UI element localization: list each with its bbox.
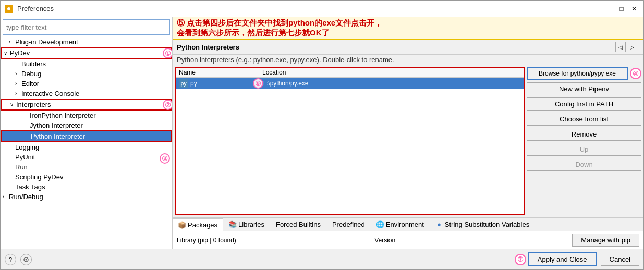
collapse-arrow: › — [15, 81, 21, 87]
tree: › Plug-in Development ∨ PyDev ① Builders — [1, 37, 172, 249]
lib-table-header: Library (pip | 0 found) Version — [177, 237, 572, 244]
tab-predefined[interactable]: Predefined — [326, 218, 371, 231]
sidebar-item-run[interactable]: Run — [1, 162, 172, 172]
bottom-left-icons: ? — [5, 254, 32, 265]
panel-header-row: Python Interpreters ◁ ▷ — [173, 40, 643, 55]
tab-packages[interactable]: 📦 Packages — [173, 218, 223, 231]
python-icon: py — [179, 79, 188, 88]
help-button[interactable]: ? — [5, 254, 16, 265]
cancel-button[interactable]: Cancel — [601, 253, 639, 266]
sidebar-item-label: PyDev — [10, 49, 30, 57]
sidebar-item-label: Builders — [21, 60, 46, 68]
tab-environment[interactable]: 🌐 Environment — [371, 218, 430, 231]
tab-string-subst[interactable]: ● String Substitution Variables — [430, 218, 535, 231]
window-title: Preferences — [17, 5, 604, 13]
sidebar-item-interpreters[interactable]: ∨ Interpreters — [1, 99, 172, 111]
sidebar: › Plug-in Development ∨ PyDev ① Builders — [1, 17, 173, 249]
manage-with-pip-button[interactable]: Manage with pip — [572, 234, 639, 247]
sidebar-item-pyunit[interactable]: PyUnit — [1, 152, 172, 162]
sidebar-item-run-debug[interactable]: › Run/Debug — [1, 192, 172, 202]
nav-arrows: ◁ ▷ — [613, 41, 639, 53]
sidebar-item-debug[interactable]: › Debug — [1, 69, 172, 79]
settings-button[interactable] — [20, 254, 32, 265]
sidebar-item-label: Interactive Console — [21, 90, 79, 97]
sidebar-item-label: Plug-in Development — [15, 38, 78, 46]
sidebar-item-python-interpreter[interactable]: Python Interpreter — [1, 130, 172, 142]
sidebar-item-label: Debug — [21, 70, 41, 78]
annotation-circle-4: ④ — [630, 68, 641, 79]
browse-button[interactable]: Browse for python/pypy exe — [527, 67, 628, 80]
sidebar-item-label: Run/Debug — [9, 193, 43, 201]
right-buttons: Browse for python/pypy exe ④ New with Pi… — [527, 67, 641, 215]
choose-list-button[interactable]: Choose from list — [527, 113, 641, 126]
down-button[interactable]: Down — [527, 158, 641, 171]
sidebar-item-interactive-console[interactable]: › Interactive Console — [1, 89, 172, 99]
minimize-button[interactable]: ─ — [604, 4, 614, 14]
environment-icon: 🌐 — [376, 221, 384, 228]
tab-environment-label: Environment — [386, 220, 424, 228]
sidebar-item-pydev[interactable]: ∨ PyDev — [1, 47, 172, 59]
sidebar-item-ironpython[interactable]: IronPython Interpreter — [1, 111, 172, 120]
panel-description: Python interpreters (e.g.: python.exe, p… — [173, 55, 643, 65]
right-panel-container: ⑤ 点击第四步后在文件夹中找到python的exe文件点击开， 会看到第六步所示… — [173, 17, 643, 249]
preferences-window: Preferences ─ □ ✕ › Plug-in Development … — [0, 0, 644, 270]
interp-cell-location: E:\python\py.exe — [259, 79, 524, 88]
main-content: › Plug-in Development ∨ PyDev ① Builders — [1, 17, 643, 249]
collapse-arrow: ∨ — [4, 50, 10, 56]
svg-point-3 — [26, 259, 27, 260]
sidebar-item-label: Editor — [21, 80, 39, 88]
sidebar-item-logging[interactable]: Logging — [1, 142, 172, 152]
apply-section: ⑦ Apply and Close — [515, 252, 597, 266]
table-row[interactable]: py py ⑥ E:\python\py.exe — [176, 78, 524, 89]
sidebar-item-label: IronPython Interpreter — [30, 112, 95, 119]
collapse-arrow: › — [3, 194, 9, 200]
sidebar-item-label: Jython Interpreter — [30, 121, 83, 129]
panel-header: Python Interpreters — [177, 43, 239, 51]
tab-predefined-label: Predefined — [332, 220, 365, 228]
panel-body: Name Location py py ⑥ E:\python\py.exe — [173, 65, 643, 217]
close-button[interactable]: ✕ — [629, 4, 639, 14]
remove-button[interactable]: Remove — [527, 128, 641, 141]
collapse-arrow: ∨ — [10, 102, 16, 107]
up-button[interactable]: Up — [527, 143, 641, 156]
panel-desc-text: Python interpreters (e.g.: python.exe, p… — [177, 56, 394, 64]
sidebar-item-label: Python Interpreter — [31, 132, 85, 140]
sidebar-item-label: PyUnit — [15, 153, 35, 161]
maximize-button[interactable]: □ — [616, 4, 627, 14]
tab-forced-label: Forced Builtins — [276, 220, 321, 228]
bottom-bar: ? ⑦ Apply and Close Cancel — [1, 249, 643, 269]
sidebar-item-plugin-dev[interactable]: › Plug-in Development — [1, 37, 172, 47]
sidebar-item-label: Logging — [15, 143, 39, 151]
tabs-row: 📦 Packages 📚 Libraries Forced Builtins P… — [173, 218, 643, 231]
sidebar-item-editor[interactable]: › Editor — [1, 79, 172, 89]
collapse-arrow: › — [15, 71, 21, 77]
config-path-button[interactable]: Config first in PATH — [527, 97, 641, 111]
version-col-header: Version — [374, 237, 572, 244]
window-controls: ─ □ ✕ — [604, 4, 639, 14]
annotation-circle-1: ① — [163, 48, 172, 58]
sidebar-item-task-tags[interactable]: Task Tags — [1, 182, 172, 192]
sidebar-item-label: Scripting PyDev — [15, 173, 63, 181]
sidebar-item-builders[interactable]: Builders — [1, 59, 172, 69]
annotation-circle-6: ⑥ — [253, 78, 263, 89]
nav-forward-button[interactable]: ▷ — [627, 42, 637, 52]
collapse-arrow: › — [15, 91, 21, 96]
annotation-circle-2: ② — [163, 100, 172, 110]
new-pipenv-button[interactable]: New with Pipenv — [527, 82, 641, 95]
nav-back-button[interactable]: ◁ — [615, 42, 626, 52]
annotation-text-2: 会看到第六步所示，然后进行第七步就OK了 — [177, 28, 639, 38]
libraries-icon: 📚 — [229, 221, 236, 228]
filter-input[interactable] — [3, 19, 170, 35]
window-icon — [5, 5, 13, 13]
col-name-header: Name — [176, 68, 259, 77]
collapse-arrow: › — [9, 39, 15, 45]
tab-libraries[interactable]: 📚 Libraries — [223, 218, 270, 231]
tab-libraries-label: Libraries — [238, 220, 264, 228]
interp-cell-name: py py ⑥ — [176, 78, 259, 89]
sidebar-item-jython[interactable]: Jython Interpreter — [1, 120, 172, 130]
apply-close-button[interactable]: Apply and Close — [528, 252, 597, 266]
svg-point-1 — [7, 7, 10, 10]
interpreter-list-body: py py ⑥ E:\python\py.exe — [176, 78, 524, 214]
tab-forced-builtins[interactable]: Forced Builtins — [270, 218, 326, 231]
sidebar-item-scripting[interactable]: Scripting PyDev — [1, 172, 172, 182]
